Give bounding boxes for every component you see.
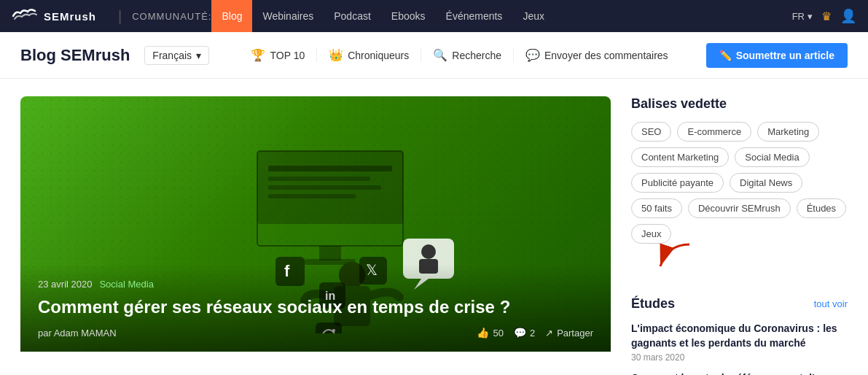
article-overlay: 23 avril 2020 Social Media Comment gérer… (20, 264, 611, 352)
nav-evenements[interactable]: Événements (436, 0, 513, 32)
svg-rect-2 (268, 166, 392, 171)
arrow-container (631, 247, 848, 276)
nav-podcast[interactable]: Podcast (324, 0, 381, 32)
featured-article[interactable]: f in 𝕏 (20, 96, 611, 375)
article-tag[interactable]: Social Media (99, 279, 153, 290)
blog-title: Blog SEMrush (20, 46, 130, 65)
etude-item-2[interactable]: Comment booster le référencement d'un cl… (631, 371, 848, 375)
tag-decouvrir-semrush[interactable]: Découvrir SEMrush (688, 198, 791, 218)
etudes-header: Études tout voir (631, 296, 848, 312)
etudes-section: Études tout voir L'impact économique du … (631, 296, 848, 375)
blog-header: Blog SEMrush Français ▾ 🏆 TOP 10 👑 Chron… (0, 32, 868, 79)
etude-item-1[interactable]: L'impact économique du Coronavirus : les… (631, 322, 848, 363)
tag-etudes[interactable]: Études (797, 198, 846, 218)
search-icon: 🔍 (433, 48, 447, 62)
top-nav-right: FR ▾ ♛ 👤 (792, 8, 856, 24)
article-footer: par Adam MAMAN 👍 50 💬 2 ↗ Partager (38, 327, 593, 339)
nav-webinaires[interactable]: Webinaires (252, 0, 324, 32)
logo[interactable]: SEMrush (12, 7, 96, 25)
svg-rect-4 (268, 185, 381, 190)
likes-stat: 👍 50 (477, 327, 503, 339)
article-date: 23 avril 2020 (38, 279, 92, 290)
nav-ebooks[interactable]: Ebooks (381, 0, 436, 32)
tag-ecommerce[interactable]: E-commerce (677, 122, 751, 142)
etudes-title: Études (631, 296, 675, 312)
language-selector[interactable]: Français ▾ (144, 46, 209, 65)
etude-title-1: L'impact économique du Coronavirus : les… (631, 322, 848, 350)
comments-stat: 💬 2 (514, 327, 535, 339)
etude-title-2: Comment booster le référencement d'un cl… (631, 371, 848, 375)
nav-top10[interactable]: 🏆 TOP 10 (239, 48, 317, 62)
comment-icon: 💬 (525, 48, 540, 62)
tag-50-faits[interactable]: 50 faits (631, 198, 682, 218)
share-icon: ↗ (545, 328, 553, 339)
pencil-icon: ✏️ (719, 50, 732, 61)
svg-rect-3 (268, 177, 370, 181)
article-stats: 👍 50 💬 2 ↗ Partager (477, 327, 593, 339)
sidebar: Balises vedette SEO E-commerce Marketing… (631, 96, 848, 375)
etude-date-1: 30 mars 2020 (631, 352, 848, 363)
like-icon: 👍 (477, 327, 489, 339)
tag-publicite-payante[interactable]: Publicité payante (631, 173, 724, 193)
tout-voir-link[interactable]: tout voir (814, 298, 848, 309)
featured-tags-section: Balises vedette SEO E-commerce Marketing… (631, 96, 848, 276)
top-nav-links: Blog Webinaires Podcast Ebooks Événement… (211, 0, 791, 32)
article-author: par Adam MAMAN (38, 328, 474, 339)
nav-blog[interactable]: Blog (211, 0, 252, 32)
comment-count-icon: 💬 (514, 327, 526, 339)
nav-chroniqueurs[interactable]: 👑 Chroniqueurs (317, 48, 421, 62)
blog-nav: 🏆 TOP 10 👑 Chroniqueurs 🔍 Recherche 💬 En… (239, 48, 679, 62)
lang-switcher[interactable]: FR ▾ (792, 11, 813, 22)
submit-article-button[interactable]: ✏️ Soumettre un article (706, 43, 848, 68)
svg-point-20 (421, 244, 436, 259)
crown-icon[interactable]: ♛ (821, 9, 832, 23)
tag-marketing[interactable]: Marketing (757, 122, 819, 142)
user-icon[interactable]: 👤 (840, 8, 856, 24)
red-arrow-icon (653, 241, 697, 277)
featured-tags-title: Balises vedette (631, 96, 848, 112)
nav-commentaires[interactable]: 💬 Envoyer des commentaires (514, 48, 680, 62)
communaute-label: COMMUNAUTÉ: (132, 11, 211, 22)
tag-digital-news[interactable]: Digital News (730, 173, 802, 193)
article-title: Comment gérer ses réseaux sociaux en tem… (38, 295, 593, 318)
svg-rect-5 (268, 194, 356, 198)
top-navigation: SEMrush | COMMUNAUTÉ: Blog Webinaires Po… (0, 0, 868, 32)
nav-divider: | (118, 8, 122, 25)
nav-jeux[interactable]: Jeux (512, 0, 555, 32)
nav-recherche[interactable]: 🔍 Recherche (421, 48, 514, 62)
trophy-icon: 🏆 (251, 48, 265, 62)
main-content: f in 𝕏 (0, 79, 868, 375)
tags-grid: SEO E-commerce Marketing Content Marketi… (631, 122, 848, 244)
tag-content-marketing[interactable]: Content Marketing (631, 147, 729, 167)
tag-seo[interactable]: SEO (631, 122, 671, 142)
article-meta: 23 avril 2020 Social Media (38, 279, 593, 290)
svg-rect-6 (319, 246, 341, 260)
crown-nav-icon: 👑 (329, 48, 343, 62)
featured-image: f in 𝕏 (20, 96, 611, 352)
tag-social-media[interactable]: Social Media (735, 147, 809, 167)
logo-text: SEMrush (44, 10, 96, 23)
share-button[interactable]: ↗ Partager (545, 328, 593, 339)
